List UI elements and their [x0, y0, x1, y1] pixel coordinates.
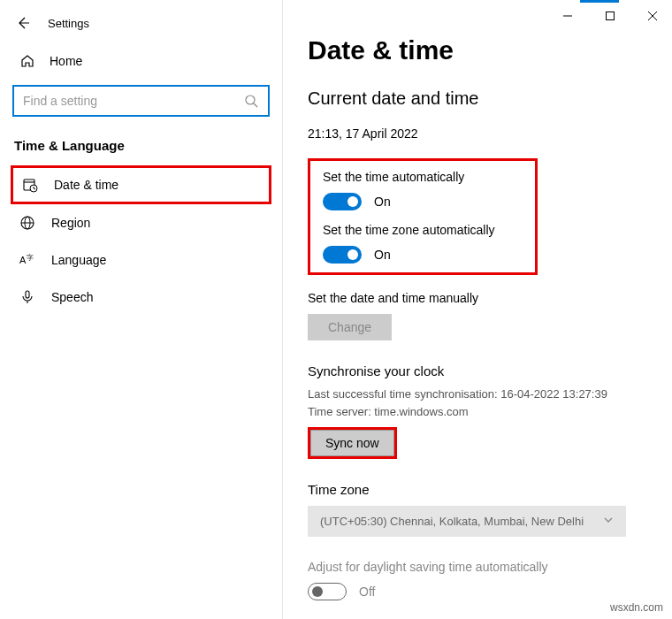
home-label: Home	[50, 54, 82, 68]
highlight-box-sync: Sync now	[308, 427, 397, 459]
auto-tz-state: On	[374, 248, 391, 262]
window-title: Settings	[48, 17, 89, 30]
minimize-button[interactable]	[555, 5, 580, 27]
timezone-heading: Time zone	[308, 482, 651, 497]
change-button[interactable]: Change	[308, 314, 392, 340]
dst-toggle[interactable]	[308, 583, 347, 600]
chevron-down-icon	[603, 515, 614, 528]
window-controls	[555, 5, 665, 27]
svg-rect-16	[26, 291, 29, 298]
current-datetime: 21:13, 17 April 2022	[308, 126, 651, 141]
back-button[interactable]	[12, 12, 34, 34]
globe-icon	[19, 215, 35, 231]
sync-server-text: Time server: time.windows.com	[308, 403, 651, 421]
main-content: Date & time Current date and time 21:13,…	[283, 0, 672, 619]
sidebar-item-region[interactable]: Region	[0, 204, 282, 241]
sidebar-item-label: Speech	[51, 290, 93, 304]
microphone-icon	[19, 289, 35, 305]
dst-state: Off	[359, 585, 375, 599]
search-box[interactable]	[12, 85, 270, 117]
home-icon	[19, 53, 35, 69]
watermark: wsxdn.com	[610, 601, 663, 614]
auto-time-toggle[interactable]	[323, 193, 362, 210]
page-subtitle: Current date and time	[308, 88, 651, 109]
sidebar-item-language[interactable]: A字 Language	[0, 241, 282, 279]
language-icon: A字	[19, 252, 35, 268]
maximize-button[interactable]	[598, 5, 622, 27]
sidebar-item-date-time[interactable]: Date & time	[11, 165, 271, 204]
sync-heading: Synchronise your clock	[308, 363, 651, 378]
sidebar-item-label: Date & time	[54, 178, 118, 192]
timezone-value: (UTC+05:30) Chennai, Kolkata, Mumbai, Ne…	[320, 515, 584, 528]
sidebar-section-title: Time & Language	[0, 117, 282, 165]
svg-text:字: 字	[27, 254, 34, 262]
search-input[interactable]	[23, 94, 243, 108]
page-title: Date & time	[308, 35, 651, 65]
sidebar-item-speech[interactable]: Speech	[0, 279, 282, 316]
dst-label: Adjust for daylight saving time automati…	[308, 560, 651, 574]
svg-text:A: A	[19, 255, 27, 265]
search-icon	[243, 93, 259, 109]
timezone-dropdown[interactable]: (UTC+05:30) Chennai, Kolkata, Mumbai, Ne…	[308, 506, 626, 537]
home-nav[interactable]: Home	[0, 44, 282, 78]
auto-time-label: Set the time automatically	[323, 170, 523, 184]
calendar-clock-icon	[22, 177, 38, 193]
svg-line-5	[254, 103, 257, 107]
sync-now-button[interactable]: Sync now	[310, 430, 394, 456]
sidebar: Settings Home Time & Language Date & tim…	[0, 0, 283, 619]
svg-point-4	[246, 96, 255, 104]
svg-rect-1	[607, 12, 615, 20]
sync-last-text: Last successful time synchronisation: 16…	[308, 386, 651, 403]
auto-tz-toggle[interactable]	[323, 246, 362, 264]
sidebar-item-label: Region	[51, 216, 90, 230]
highlight-box-toggles: Set the time automatically On Set the ti…	[308, 158, 538, 275]
auto-tz-label: Set the time zone automatically	[323, 223, 523, 237]
close-button[interactable]	[640, 5, 665, 27]
sidebar-item-label: Language	[51, 253, 106, 267]
manual-datetime-label: Set the date and time manually	[308, 291, 651, 305]
auto-time-state: On	[374, 195, 391, 209]
